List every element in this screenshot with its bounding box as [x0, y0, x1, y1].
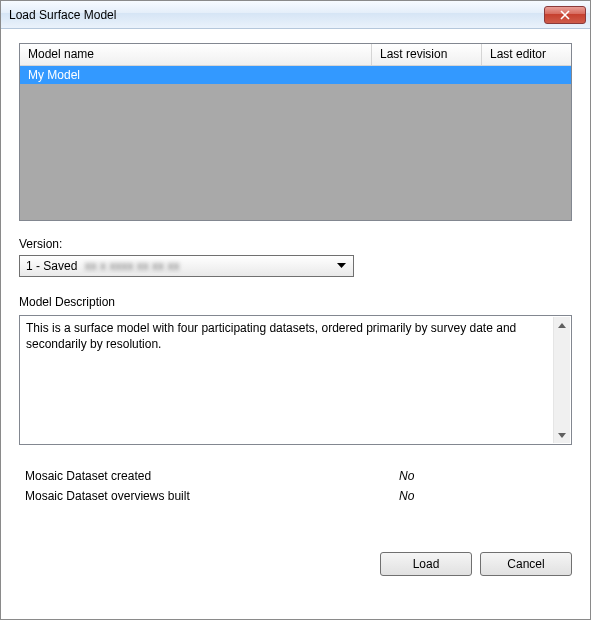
- window-title: Load Surface Model: [9, 8, 544, 22]
- overviews-value: No: [399, 489, 414, 503]
- mosaic-created-value: No: [399, 469, 414, 483]
- chevron-down-icon: [333, 258, 349, 274]
- cell-last-editor: [482, 74, 571, 76]
- button-bar: Load Cancel: [19, 538, 572, 576]
- close-icon: [560, 10, 570, 20]
- table-row[interactable]: My Model: [20, 66, 571, 84]
- cancel-button[interactable]: Cancel: [480, 552, 572, 576]
- mosaic-created-label: Mosaic Dataset created: [19, 469, 399, 483]
- dialog-content: Model name Last revision Last editor My …: [1, 29, 590, 619]
- version-label: Version:: [19, 237, 572, 251]
- cell-last-revision: [372, 74, 482, 76]
- scroll-down-icon[interactable]: [555, 427, 570, 443]
- version-selected-prefix: 1 - Saved: [26, 259, 77, 273]
- status-block: Mosaic Dataset created No Mosaic Dataset…: [19, 469, 572, 509]
- version-selected: 1 - Saved xx x xxxx xx xx xx: [26, 259, 333, 273]
- dialog-window: Load Surface Model Model name Last revis…: [0, 0, 591, 620]
- overviews-label: Mosaic Dataset overviews built: [19, 489, 399, 503]
- version-select[interactable]: 1 - Saved xx x xxxx xx xx xx: [19, 255, 354, 277]
- cell-model-name: My Model: [20, 67, 372, 83]
- titlebar[interactable]: Load Surface Model: [1, 1, 590, 29]
- scrollbar[interactable]: [553, 317, 570, 443]
- col-model-name[interactable]: Model name: [20, 44, 372, 65]
- version-selected-obscured: xx x xxxx xx xx xx: [85, 259, 180, 273]
- model-table[interactable]: Model name Last revision Last editor My …: [19, 43, 572, 221]
- table-header: Model name Last revision Last editor: [20, 44, 571, 66]
- col-last-revision[interactable]: Last revision: [372, 44, 482, 65]
- description-text: This is a surface model with four partic…: [26, 321, 516, 351]
- close-button[interactable]: [544, 6, 586, 24]
- scroll-up-icon[interactable]: [555, 317, 570, 333]
- load-button[interactable]: Load: [380, 552, 472, 576]
- col-last-editor[interactable]: Last editor: [482, 44, 571, 65]
- table-body: My Model: [20, 66, 571, 220]
- description-label: Model Description: [19, 295, 572, 309]
- description-textarea[interactable]: This is a surface model with four partic…: [19, 315, 572, 445]
- status-row-mosaic-created: Mosaic Dataset created No: [19, 469, 572, 483]
- status-row-overviews: Mosaic Dataset overviews built No: [19, 489, 572, 503]
